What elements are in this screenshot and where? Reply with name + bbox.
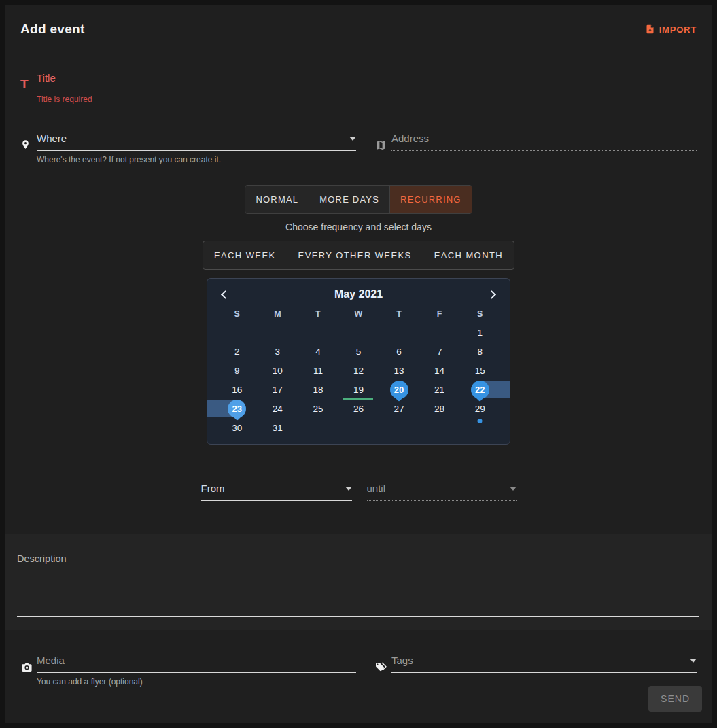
tags-select[interactable]: Tags: [375, 655, 697, 673]
calendar-day-8[interactable]: 8: [459, 342, 500, 361]
calendar-empty-cell: [379, 418, 419, 437]
calendar-grid: SMTWTFS123456789101112131415161718192021…: [217, 305, 500, 437]
calendar-day-26[interactable]: 26: [338, 399, 379, 418]
calendar-day-15[interactable]: 15: [459, 361, 500, 380]
frequency-options: EACH WEEKEVERY OTHER WEEKSEACH MONTH: [203, 241, 514, 270]
address-placeholder: Address: [391, 133, 429, 144]
chevron-down-icon: [690, 659, 697, 663]
where-helper: Where's the event? If not present you ca…: [37, 155, 356, 164]
calendar-day-14[interactable]: 14: [419, 361, 460, 380]
media-field[interactable]: Media: [20, 655, 356, 673]
calendar-day-10[interactable]: 10: [258, 361, 298, 380]
calendar-day-23[interactable]: 23: [217, 399, 258, 418]
next-month-icon[interactable]: [487, 290, 496, 299]
frequency-option-each-month[interactable]: EACH MONTH: [423, 241, 514, 269]
calendar-month-title: May 2021: [334, 288, 383, 300]
calendar-day-22[interactable]: 22: [459, 380, 500, 399]
frequency-hint: Choose frequency and select days: [20, 222, 697, 232]
description-underline: [17, 616, 699, 617]
tab-recurring[interactable]: RECURRING: [390, 186, 472, 213]
from-placeholder: From: [201, 483, 225, 494]
chevron-down-icon: [510, 487, 517, 491]
calendar-day-17[interactable]: 17: [258, 380, 298, 399]
title-placeholder: Title: [37, 72, 56, 84]
calendar-day-2[interactable]: 2: [217, 342, 258, 361]
calendar-day-31[interactable]: 31: [258, 418, 298, 437]
tags-placeholder: Tags: [391, 655, 413, 666]
calendar-day-9[interactable]: 9: [217, 361, 258, 380]
calendar-day-7[interactable]: 7: [419, 342, 460, 361]
event-type-tabs: NORMALMORE DAYSRECURRING: [245, 185, 472, 214]
calendar-day-29[interactable]: 29: [459, 399, 500, 418]
where-select[interactable]: Where: [20, 133, 356, 151]
calendar-day-25[interactable]: 25: [298, 399, 338, 418]
calendar-empty-cell: [419, 323, 460, 342]
calendar-day-6[interactable]: 6: [379, 342, 419, 361]
description-placeholder: Description: [17, 553, 67, 564]
calendar-day-4[interactable]: 4: [298, 342, 338, 361]
tab-normal[interactable]: NORMAL: [245, 186, 309, 213]
tags-icon: [375, 661, 391, 673]
selected-day-pin: 22: [471, 381, 489, 399]
calendar-empty-cell: [258, 323, 298, 342]
calendar-day-5[interactable]: 5: [338, 342, 379, 361]
calendar-day-24[interactable]: 24: [258, 399, 298, 418]
import-label: IMPORT: [659, 24, 697, 35]
weekday-header: T: [379, 305, 419, 323]
media-placeholder: Media: [37, 655, 65, 666]
address-field[interactable]: Address: [375, 133, 697, 151]
attachments-section: Media You can add a flyer (optional) Tag…: [5, 630, 712, 723]
prev-month-icon[interactable]: [221, 290, 230, 299]
frequency-option-every-other-weeks[interactable]: EVERY OTHER WEEKS: [287, 241, 423, 269]
weekday-header: F: [419, 305, 460, 323]
until-select[interactable]: until: [367, 483, 517, 501]
event-form-section: Add event IMPORT T Title Title i: [5, 5, 712, 534]
weekday-header: T: [298, 305, 338, 323]
calendar-day-11[interactable]: 11: [298, 361, 338, 380]
chevron-down-icon: [345, 487, 352, 491]
title-error: Title is required: [37, 94, 697, 104]
calendar-empty-cell: [419, 418, 460, 437]
tab-more-days[interactable]: MORE DAYS: [309, 186, 390, 213]
calendar-day-12[interactable]: 12: [338, 361, 379, 380]
calendar-empty-cell: [379, 323, 419, 342]
title-field[interactable]: T Title: [20, 72, 697, 90]
import-button[interactable]: IMPORT: [645, 24, 697, 35]
weekday-header: W: [338, 305, 379, 323]
selected-day-pin: 20: [390, 381, 408, 399]
calendar-empty-cell: [217, 323, 258, 342]
media-helper: You can add a flyer (optional): [37, 677, 356, 687]
title-icon: T: [20, 77, 37, 90]
frequency-option-each-week[interactable]: EACH WEEK: [203, 241, 287, 269]
selected-day-pin: 23: [228, 400, 246, 418]
location-pin-icon: [20, 138, 37, 151]
calendar-empty-cell: [338, 418, 379, 437]
calendar-empty-cell: [298, 323, 338, 342]
calendar-day-13[interactable]: 13: [379, 361, 419, 380]
camera-icon: [20, 661, 37, 673]
calendar-empty-cell: [338, 323, 379, 342]
send-button[interactable]: SEND: [648, 686, 702, 712]
calendar-day-28[interactable]: 28: [419, 399, 460, 418]
until-placeholder: until: [367, 483, 386, 494]
calendar-day-27[interactable]: 27: [379, 399, 419, 418]
dialog-header: Add event IMPORT: [20, 22, 697, 37]
calendar: May 2021 SMTWTFS123456789101112131415161…: [207, 278, 510, 445]
calendar-day-21[interactable]: 21: [419, 380, 460, 399]
page-title: Add event: [20, 22, 85, 37]
chevron-down-icon: [349, 137, 356, 141]
calendar-day-18[interactable]: 18: [298, 380, 338, 399]
calendar-day-16[interactable]: 16: [217, 380, 258, 399]
where-placeholder: Where: [37, 133, 67, 144]
calendar-day-19[interactable]: 19: [338, 380, 379, 399]
calendar-day-20[interactable]: 20: [379, 380, 419, 399]
weekday-header: M: [258, 305, 298, 323]
calendar-empty-cell: [298, 418, 338, 437]
calendar-day-30[interactable]: 30: [217, 418, 258, 437]
calendar-day-1[interactable]: 1: [459, 323, 500, 342]
description-field[interactable]: Description: [5, 534, 712, 630]
add-event-dialog: Add event IMPORT T Title Title i: [5, 5, 712, 723]
from-select[interactable]: From: [201, 483, 352, 501]
calendar-day-3[interactable]: 3: [258, 342, 298, 361]
weekday-header: S: [459, 305, 500, 323]
